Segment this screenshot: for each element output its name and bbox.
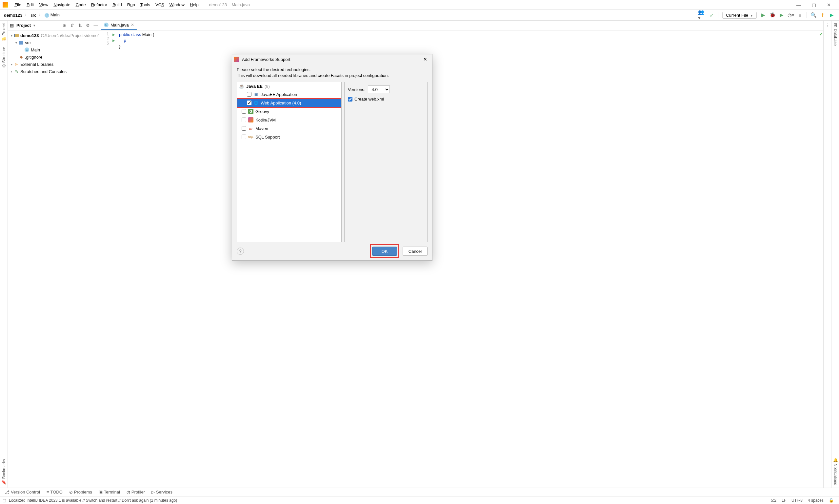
menu-view[interactable]: View — [36, 1, 51, 8]
code-area[interactable]: public class Main { p } — [116, 31, 819, 488]
menu-file[interactable]: File — [12, 1, 24, 8]
dialog-title: Add Frameworks Support — [242, 57, 420, 62]
versions-select[interactable]: 4.0 — [368, 86, 390, 93]
framework-checkbox[interactable] — [242, 134, 246, 139]
tab-problems[interactable]: ⊘Problems — [67, 489, 95, 495]
file-encoding[interactable]: UTF-8 — [791, 498, 803, 503]
menu-window[interactable]: Window — [167, 1, 187, 8]
run-button[interactable]: ▶ — [759, 11, 768, 19]
caret-position[interactable]: 5:2 — [771, 498, 776, 503]
framework-kotlin[interactable]: Kotlin/JVM — [237, 115, 341, 124]
tab-profiler[interactable]: ◔Profiler — [124, 489, 148, 495]
select-opened-file-icon[interactable]: ⊕ — [61, 23, 68, 28]
framework-checkbox[interactable] — [242, 109, 246, 114]
build-icon[interactable]: ⤢ — [707, 11, 716, 19]
expand-toggle-icon[interactable]: ▸ — [9, 70, 14, 73]
tree-root[interactable]: ▾ demo123 C:\Users\a\IdeaProjects\demo1 — [8, 32, 101, 39]
dialog-titlebar[interactable]: Add Frameworks Support ✕ — [232, 54, 432, 64]
profile-button[interactable]: ◔▾ — [787, 11, 795, 19]
framework-checkbox[interactable] — [242, 126, 246, 131]
tab-services[interactable]: ▷Services — [149, 489, 175, 495]
menu-tools[interactable]: Tools — [138, 1, 153, 8]
toolwindow-project-tab[interactable]: 📁Project — [2, 21, 6, 44]
frameworks-list[interactable]: ☕ Java EE (8) ▣ JavaEE Application — [237, 82, 342, 242]
tree-main-label: Main — [31, 48, 40, 52]
editor-tab-main[interactable]: C Main.java ✕ — [101, 21, 137, 30]
expand-toggle-icon[interactable]: ▸ — [9, 62, 14, 66]
dialog-close-button[interactable]: ✕ — [420, 57, 430, 62]
ide-update-icon[interactable]: ⬆ — [818, 11, 827, 19]
menu-edit[interactable]: Edit — [24, 1, 36, 8]
menu-refactor[interactable]: Refactor — [88, 1, 110, 8]
framework-category-javaee[interactable]: ☕ Java EE (8) — [237, 82, 341, 90]
framework-options-panel: Versions: 4.0 Create web.xml — [344, 82, 428, 242]
collapse-all-icon[interactable]: ⇅ — [77, 23, 83, 28]
tab-version-control[interactable]: ⎇Version Control — [2, 489, 42, 495]
framework-groovy[interactable]: G Groovy — [237, 107, 341, 115]
menu-run[interactable]: Run — [124, 1, 138, 8]
status-quick-icon[interactable]: ▢ — [3, 498, 6, 503]
toolwindow-structure-tab[interactable]: ⌬Structure — [2, 44, 6, 70]
window-close-button[interactable]: ✕ — [821, 2, 836, 7]
chevron-down-icon[interactable]: ▼ — [33, 24, 36, 27]
search-everywhere-button[interactable]: 🔍 — [809, 11, 818, 19]
create-webxml-label: Create web.xml — [355, 96, 384, 102]
window-maximize-button[interactable]: ▢ — [806, 2, 821, 7]
run-line-icon[interactable]: ▶ — [111, 32, 116, 38]
breadcrumb-file[interactable]: CMain — [43, 12, 61, 18]
create-webxml-checkbox[interactable] — [348, 97, 353, 102]
expand-all-icon[interactable]: ⇵ — [69, 23, 75, 28]
toolwindow-bookmarks-tab[interactable]: 🔖Bookmarks — [2, 456, 6, 488]
code-with-me-icon[interactable]: 👥▾ — [698, 11, 706, 19]
left-tool-strip: 📁Project ⌬Structure 🔖Bookmarks — [0, 21, 8, 488]
line-ending[interactable]: LF — [782, 498, 786, 503]
readonly-lock-icon[interactable]: 🔓 — [829, 498, 834, 503]
ok-button[interactable]: OK — [372, 247, 397, 256]
menu-help[interactable]: Help — [187, 1, 201, 8]
expand-toggle-icon[interactable]: ▾ — [14, 41, 18, 44]
help-button[interactable]: ? — [237, 248, 244, 255]
debug-button[interactable]: 🐞 — [768, 11, 777, 19]
menu-code[interactable]: Code — [73, 1, 88, 8]
tab-todo[interactable]: ≡TODO — [44, 489, 65, 495]
toolwindow-database-tab[interactable]: 🗄Database — [833, 21, 838, 48]
settings-gear-icon[interactable]: ⚙ — [85, 23, 91, 28]
editor[interactable]: 125 ▶ ▶ public class Main { p } ✔ — [101, 31, 823, 488]
indent-setting[interactable]: 4 spaces — [808, 498, 824, 503]
framework-checkbox[interactable] — [247, 92, 252, 96]
ide-settings-icon[interactable]: ▶ — [827, 11, 836, 19]
tree-scratches[interactable]: ▸ ✎ Scratches and Consoles — [8, 68, 101, 75]
project-tree[interactable]: ▾ demo123 C:\Users\a\IdeaProjects\demo1 … — [8, 31, 101, 488]
coverage-button[interactable]: ▶̲ — [777, 11, 786, 19]
menu-vcs[interactable]: VCS — [153, 1, 167, 8]
framework-maven[interactable]: m Maven — [237, 124, 341, 133]
source-folder-icon — [19, 41, 23, 44]
tree-gitignore[interactable]: ◆ .gitignore — [8, 53, 101, 60]
run-config-selector[interactable]: Current File▼ — [722, 12, 757, 19]
tree-main-class[interactable]: C Main — [8, 46, 101, 53]
cancel-button[interactable]: Cancel — [403, 247, 428, 256]
close-tab-icon[interactable]: ✕ — [131, 23, 134, 27]
framework-checkbox[interactable] — [242, 118, 246, 122]
framework-javaee-application[interactable]: ▣ JavaEE Application — [237, 90, 341, 98]
run-line-icon[interactable]: ▶ — [111, 38, 116, 43]
stop-button[interactable]: ■ — [796, 11, 804, 19]
window-minimize-button[interactable]: — — [791, 2, 806, 7]
tree-external-libraries[interactable]: ▸ ⫸ External Libraries — [8, 60, 101, 68]
status-message[interactable]: Localized IntelliJ IDEA 2023.1 is availa… — [9, 498, 177, 503]
breadcrumb-project[interactable]: demo123 — [3, 12, 23, 18]
framework-label: Kotlin/JVM — [255, 118, 276, 123]
menu-navigate[interactable]: Navigate — [51, 1, 73, 8]
project-panel-title[interactable]: Project — [16, 23, 31, 28]
breadcrumb-folder[interactable]: src — [29, 12, 37, 18]
framework-checkbox[interactable] — [247, 101, 252, 105]
more-options-icon[interactable]: ⋮ — [825, 23, 829, 488]
hide-panel-icon[interactable]: — — [92, 23, 99, 28]
expand-toggle-icon[interactable]: ▾ — [9, 34, 14, 37]
framework-sql[interactable]: SQL SQL Support — [237, 133, 341, 141]
menu-build[interactable]: Build — [110, 1, 124, 8]
tab-terminal[interactable]: ▣Terminal — [96, 489, 123, 495]
toolwindow-notifications-tab[interactable]: 🔔Notifications — [833, 455, 838, 488]
tree-src[interactable]: ▾ src — [8, 39, 101, 46]
framework-web-application[interactable]: 🌐 Web Application (4.0) — [237, 98, 341, 107]
